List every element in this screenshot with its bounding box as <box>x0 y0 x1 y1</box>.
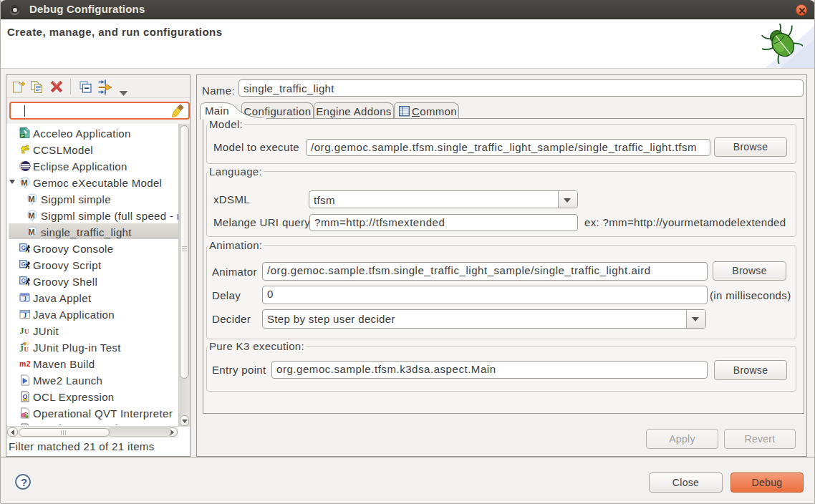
svg-text:J: J <box>24 312 27 319</box>
svg-text:M: M <box>29 228 36 236</box>
svg-text:O: O <box>23 425 28 426</box>
svg-text:J: J <box>24 296 26 302</box>
svg-text:G: G <box>21 261 26 268</box>
svg-text:U: U <box>24 346 29 353</box>
svg-text:M: M <box>29 211 36 220</box>
svg-text:J: J <box>20 326 24 336</box>
svg-text:G: G <box>21 277 26 284</box>
svg-text:M: M <box>29 195 36 203</box>
svg-text:O: O <box>23 393 28 400</box>
svg-text:m2: m2 <box>19 359 31 368</box>
svg-text:M: M <box>21 178 29 187</box>
svg-text:G: G <box>21 244 26 251</box>
svg-text:U: U <box>24 328 29 335</box>
